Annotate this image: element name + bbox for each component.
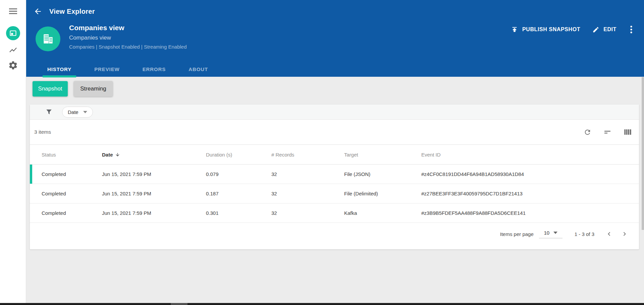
tab-about[interactable]: ABOUT <box>184 62 213 77</box>
column-header-date[interactable]: Date <box>102 152 206 158</box>
entity-meta: Companies | Snapshot Enabled | Streaming… <box>69 44 187 50</box>
column-header-records[interactable]: # Records <box>271 152 344 158</box>
column-header-duration[interactable]: Duration (s) <box>206 152 271 158</box>
publish-snapshot-label: PUBLISH SNAPSHOT <box>522 26 580 33</box>
date-filter-chip[interactable]: Date <box>62 107 93 118</box>
cell-eventid: #z4CF0C8191DD44F6A94B1AD58930A1D84 <box>421 171 639 177</box>
edit-button[interactable]: EDIT <box>592 26 616 33</box>
cell-duration: 0.079 <box>206 171 271 177</box>
cell-target: Kafka <box>344 210 421 216</box>
entity-header: Companies view Companies view Companies … <box>69 24 187 50</box>
page-title: View Explorer <box>49 8 95 15</box>
sidebar-item-charts[interactable] <box>0 46 26 54</box>
cell-date: Jun 15, 2021 7:59 PM <box>102 171 206 177</box>
line-chart-icon <box>8 46 18 54</box>
menu-icon[interactable] <box>9 8 17 14</box>
date-filter-label: Date <box>68 109 78 115</box>
publish-snapshot-button[interactable]: PUBLISH SNAPSHOT <box>511 26 580 33</box>
cell-status: Completed <box>42 191 102 196</box>
cell-eventid: #z3B9B5FDEF5AA488F9A88FDA5D6CEE141 <box>421 210 639 216</box>
chevron-right-icon <box>621 231 628 237</box>
arrow-left-icon <box>34 7 42 16</box>
cell-status: Completed <box>42 210 102 216</box>
sort-button[interactable] <box>603 128 611 136</box>
header-actions: PUBLISH SNAPSHOT EDIT <box>511 25 634 34</box>
columns-icon <box>624 128 632 136</box>
sidebar-item-settings[interactable] <box>0 60 26 70</box>
table-row[interactable]: Completed Jun 15, 2021 7:59 PM 0.301 32 … <box>30 203 639 223</box>
edit-label: EDIT <box>603 26 616 33</box>
row-selected-indicator <box>30 165 32 184</box>
upload-icon <box>511 26 518 33</box>
pagination-bar: Items per page 10 1 - 3 of 3 <box>30 223 639 245</box>
sidebar <box>0 0 26 305</box>
column-header-target[interactable]: Target <box>344 152 421 158</box>
horizontal-scrollbar[interactable] <box>0 303 644 305</box>
vertical-scrollbar[interactable] <box>642 77 644 230</box>
page-icon <box>9 29 17 37</box>
next-page-button[interactable] <box>619 228 631 240</box>
back-button[interactable] <box>34 7 43 16</box>
cell-records: 32 <box>271 171 344 177</box>
tab-preview[interactable]: PREVIEW <box>90 62 124 77</box>
previous-page-button[interactable] <box>603 228 615 240</box>
view-explorer-screen: View Explorer Companies view Companies v… <box>0 0 644 305</box>
cell-target: File (JSON) <box>344 171 421 177</box>
pagination-range: 1 - 3 of 3 <box>575 231 594 237</box>
items-per-page-label: Items per page <box>500 231 534 237</box>
streaming-mode-button[interactable]: Streaming <box>74 81 113 97</box>
workspace-icon <box>6 26 20 40</box>
table-header-row: Status Date Duration (s) # Records Targe… <box>30 144 639 165</box>
cell-duration: 0.187 <box>206 191 271 196</box>
cell-duration: 0.301 <box>206 210 271 216</box>
entity-name: Companies view <box>69 24 187 32</box>
tab-history[interactable]: HISTORY <box>43 62 76 77</box>
pencil-icon <box>592 26 599 33</box>
cell-status: Completed <box>42 171 102 177</box>
cell-date: Jun 15, 2021 7:59 PM <box>102 210 206 216</box>
kebab-icon <box>630 25 633 34</box>
more-options-button[interactable] <box>629 25 634 34</box>
filter-bar: Date <box>30 105 639 120</box>
chevron-left-icon <box>606 231 612 237</box>
table-toolbar: 3 items <box>30 120 639 144</box>
app-header: View Explorer Companies view Companies v… <box>26 0 644 77</box>
tab-bar: HISTORY PREVIEW ERRORS ABOUT <box>43 62 226 77</box>
cell-records: 32 <box>271 191 344 196</box>
cell-records: 32 <box>271 210 344 216</box>
columns-button[interactable] <box>624 128 632 136</box>
avatar <box>36 26 60 51</box>
refresh-button[interactable] <box>584 128 591 136</box>
building-icon <box>41 32 55 46</box>
gear-icon <box>8 60 18 70</box>
cell-date: Jun 15, 2021 7:59 PM <box>102 191 206 196</box>
cell-eventid: #z27BEE3FF3E3F40059795DC7D1BF21413 <box>421 191 639 196</box>
sort-arrow-down-icon <box>115 152 120 157</box>
page-size-select[interactable]: 10 <box>539 230 562 238</box>
table-row[interactable]: Completed Jun 15, 2021 7:59 PM 0.187 32 … <box>30 184 639 203</box>
cell-target: File (Delimited) <box>344 191 421 196</box>
page-size-value: 10 <box>544 230 549 236</box>
snapshot-mode-button[interactable]: Snapshot <box>33 81 68 97</box>
chevron-down-icon <box>553 232 557 234</box>
refresh-icon <box>584 128 591 136</box>
tab-errors[interactable]: ERRORS <box>138 62 171 77</box>
table-row[interactable]: Completed Jun 15, 2021 7:59 PM 0.079 32 … <box>30 165 639 184</box>
items-count: 3 items <box>34 129 51 135</box>
sidebar-item-views[interactable] <box>0 26 26 40</box>
scrollbar-segment <box>171 303 187 305</box>
history-card: Date 3 items <box>30 105 639 249</box>
column-header-eventid[interactable]: Event ID <box>421 152 639 158</box>
column-header-status[interactable]: Status <box>42 152 102 158</box>
sort-icon <box>603 128 611 136</box>
filter-funnel-icon[interactable] <box>45 108 53 116</box>
entity-subtitle: Companies view <box>69 35 187 41</box>
chevron-down-icon <box>83 111 87 113</box>
